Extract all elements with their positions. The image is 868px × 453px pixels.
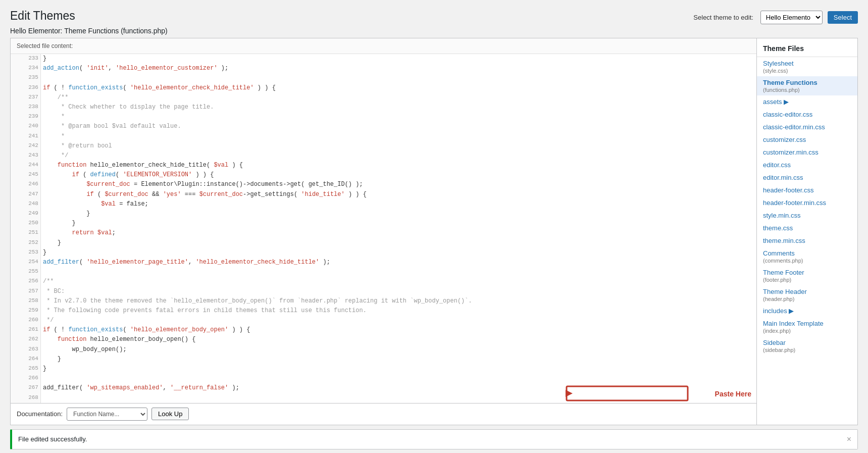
sidebar-folder-assets[interactable]: assets ▶ — [757, 95, 857, 108]
line-number: 256 — [11, 277, 40, 286]
table-row: 234add_action( 'init', 'hello_elementor_… — [11, 64, 756, 73]
line-number: 251 — [11, 228, 40, 238]
table-row: 267add_filter( 'wp_sitemaps_enabled', '_… — [11, 383, 756, 393]
table-row: 251 return $val; — [11, 228, 756, 238]
sidebar-item-editor-css[interactable]: editor.css — [757, 159, 857, 171]
table-row: 255 — [11, 267, 756, 277]
status-close-button[interactable]: × — [847, 435, 851, 444]
line-number: 260 — [11, 316, 40, 325]
table-row: 245 if ( defined( 'ELEMENTOR_VERSION' ) … — [11, 170, 756, 180]
line-content: */ — [40, 151, 756, 161]
line-number: 257 — [11, 287, 40, 296]
sidebar-items: Stylesheet(style.css)Theme Functions(fun… — [757, 57, 857, 356]
line-content: } — [40, 209, 756, 219]
line-content: * The following code prevents fatal erro… — [40, 306, 756, 316]
sidebar-item-main-index[interactable]: Main Index Template(index.php) — [757, 317, 857, 336]
line-content: * @return bool — [40, 141, 756, 151]
line-content: * BC: — [40, 287, 756, 296]
line-number: 235 — [11, 73, 40, 83]
selected-file-label: Selected file content: — [11, 38, 756, 54]
select-theme-label: Select theme to edit: — [693, 14, 753, 21]
table-row: 258 * In v2.7.0 the theme removed the `h… — [11, 296, 756, 306]
sidebar-item-theme-functions[interactable]: Theme Functions(functions.php) — [757, 76, 857, 95]
sidebar-item-style-min-css[interactable]: style.min.css — [757, 209, 857, 222]
line-content: return $val; — [40, 228, 756, 238]
line-content: } — [40, 364, 756, 374]
table-row: 252 } — [11, 238, 756, 248]
line-number: 259 — [11, 306, 40, 316]
table-row: 242 * @return bool — [11, 141, 756, 151]
line-content: /** — [40, 277, 756, 286]
theme-select[interactable]: Hello Elemento — [760, 11, 823, 24]
line-content: if ( defined( 'ELEMENTOR_VERSION' ) ) { — [40, 170, 756, 180]
table-row: 266 — [11, 374, 756, 383]
line-content: } — [40, 248, 756, 258]
line-content: if ( $current_doc && 'yes' === $current_… — [40, 190, 756, 199]
sidebar-item-customizer-css[interactable]: customizer.css — [757, 133, 857, 146]
table-row: 248 $val = false; — [11, 199, 756, 209]
select-button[interactable]: Select — [828, 11, 858, 24]
sidebar-item-theme-header[interactable]: Theme Header(header.php) — [757, 285, 857, 305]
table-row: 238 * Check whether to display the page … — [11, 103, 756, 112]
line-number: 238 — [11, 103, 40, 112]
function-name-select[interactable]: Function Name... — [67, 408, 147, 421]
line-number: 264 — [11, 355, 40, 364]
line-number: 236 — [11, 83, 40, 93]
sidebar-item-editor-min-css[interactable]: editor.min.css — [757, 171, 857, 184]
sidebar-item-header-footer-min-css[interactable]: header-footer.min.css — [757, 196, 857, 209]
line-number: 265 — [11, 364, 40, 374]
table-row: 262 function hello_elementor_body_open()… — [11, 335, 756, 344]
table-row: 253} — [11, 248, 756, 258]
line-content — [40, 73, 756, 83]
table-row: 264 } — [11, 355, 756, 364]
table-row: 263 wp_body_open(); — [11, 345, 756, 355]
sidebar: Theme Files Stylesheet(style.css)Theme F… — [757, 38, 858, 425]
table-row: 260 */ — [11, 316, 756, 325]
table-row: 261if ( ! function_exists( 'hello_elemen… — [11, 325, 756, 335]
line-number: 254 — [11, 258, 40, 267]
table-row: 236if ( ! function_exists( 'hello_elemen… — [11, 83, 756, 93]
line-content — [40, 374, 756, 383]
table-row: 265} — [11, 364, 756, 374]
line-content: * — [40, 112, 756, 122]
line-number: 243 — [11, 151, 40, 161]
line-number: 261 — [11, 325, 40, 335]
line-number: 245 — [11, 170, 40, 180]
sidebar-item-theme-css[interactable]: theme.css — [757, 222, 857, 234]
table-row: 237 /** — [11, 93, 756, 103]
code-table: 233}234add_action( 'init', 'hello_elemen… — [11, 54, 756, 403]
line-content: * — [40, 132, 756, 141]
sidebar-item-classic-editor-css[interactable]: classic-editor.css — [757, 108, 857, 121]
sidebar-item-comments[interactable]: Comments(comments.php) — [757, 247, 857, 266]
table-row: 233} — [11, 54, 756, 64]
sidebar-item-header-footer-css[interactable]: header-footer.css — [757, 184, 857, 196]
line-number: 244 — [11, 161, 40, 170]
sidebar-folder-includes[interactable]: includes ▶ — [757, 305, 857, 317]
status-text: File edited successfully. — [18, 435, 87, 443]
line-content — [40, 393, 756, 403]
table-row: 246 $current_doc = Elementor\Plugin::ins… — [11, 180, 756, 189]
line-number: 241 — [11, 132, 40, 141]
table-row: 259 * The following code prevents fatal … — [11, 306, 756, 316]
table-row: 249 } — [11, 209, 756, 219]
sidebar-item-theme-footer[interactable]: Theme Footer(footer.php) — [757, 266, 857, 285]
line-number: 262 — [11, 335, 40, 344]
table-row: 247 if ( $current_doc && 'yes' === $curr… — [11, 190, 756, 199]
line-content: $val = false; — [40, 199, 756, 209]
table-row: 241 * — [11, 132, 756, 141]
line-content: * In v2.7.0 the theme removed the `hello… — [40, 296, 756, 306]
sidebar-item-stylesheet[interactable]: Stylesheet(style.css) — [757, 57, 857, 76]
line-content: * @param bool $val default value. — [40, 122, 756, 131]
status-bar: File edited successfully. × — [10, 429, 858, 449]
code-editor[interactable]: 233}234add_action( 'init', 'hello_elemen… — [11, 54, 756, 403]
line-content: } — [40, 219, 756, 228]
sidebar-item-theme-min-css[interactable]: theme.min.css — [757, 234, 857, 247]
table-row: 256/** — [11, 277, 756, 286]
sidebar-item-sidebar[interactable]: Sidebar(sidebar.php) — [757, 336, 857, 356]
table-row: 257 * BC: — [11, 287, 756, 296]
sidebar-item-classic-editor-min-css[interactable]: classic-editor.min.css — [757, 121, 857, 133]
line-content: } — [40, 54, 756, 64]
sidebar-item-customizer-min-css[interactable]: customizer.min.css — [757, 146, 857, 159]
lookup-button[interactable]: Look Up — [151, 408, 189, 420]
table-row: 235 — [11, 73, 756, 83]
